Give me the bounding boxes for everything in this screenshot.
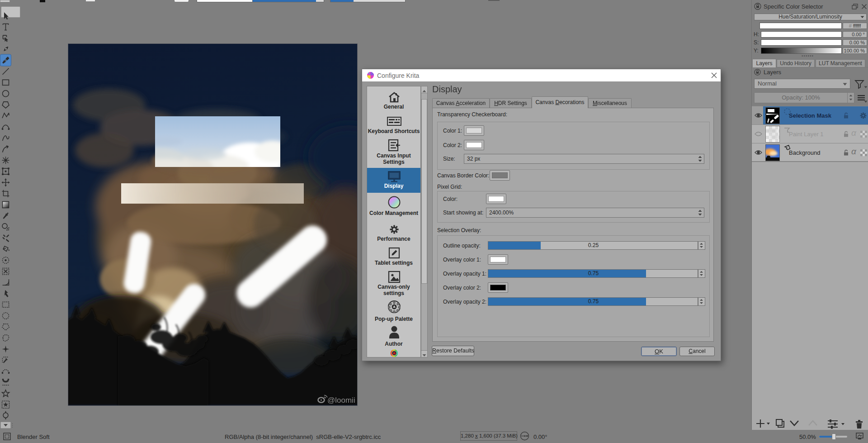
svg-text:@loomii: @loomii [327,396,355,405]
